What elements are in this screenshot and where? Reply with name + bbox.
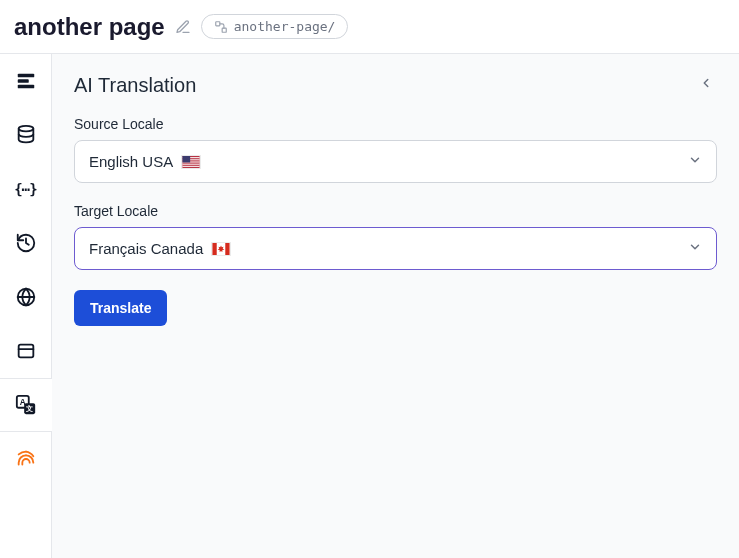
link-icon	[214, 20, 228, 34]
flag-ca-icon	[211, 242, 231, 256]
header: another page another-page/	[0, 0, 739, 54]
target-locale-select[interactable]: Français Canada	[74, 227, 717, 270]
svg-rect-18	[182, 164, 199, 165]
source-locale-value: English USA	[89, 153, 201, 170]
svg-rect-0	[215, 21, 219, 25]
sidebar-item-window[interactable]	[0, 324, 52, 378]
sidebar-item-database[interactable]	[0, 108, 52, 162]
history-icon	[15, 232, 37, 254]
svg-rect-23	[226, 243, 230, 255]
collapse-button[interactable]	[695, 72, 717, 98]
svg-rect-22	[213, 243, 217, 255]
svg-point-5	[18, 126, 33, 131]
target-locale-label: Target Locale	[74, 203, 717, 219]
translate-button[interactable]: Translate	[74, 290, 167, 326]
source-locale-label: Source Locale	[74, 116, 717, 132]
body: {⋯} A	[0, 54, 739, 558]
svg-rect-20	[182, 156, 190, 162]
svg-rect-4	[17, 85, 34, 89]
panel-title: AI Translation	[74, 74, 196, 97]
blocks-icon	[15, 70, 37, 92]
translate-icon: A 文	[15, 394, 37, 416]
target-locale-value: Français Canada	[89, 240, 231, 257]
sidebar-item-fingerprint[interactable]	[0, 432, 52, 486]
sidebar-item-blocks[interactable]	[0, 54, 52, 108]
svg-rect-1	[222, 28, 226, 32]
svg-text:文: 文	[25, 404, 33, 413]
fingerprint-icon	[15, 448, 37, 470]
svg-rect-7	[18, 345, 33, 358]
sidebar-item-globe[interactable]	[0, 270, 52, 324]
flag-us-icon	[181, 155, 201, 169]
svg-rect-3	[17, 79, 28, 83]
chevron-down-icon	[688, 240, 702, 257]
panel-header: AI Translation	[74, 72, 717, 98]
slug-pill[interactable]: another-page/	[201, 14, 349, 39]
sidebar-item-json[interactable]: {⋯}	[0, 162, 52, 216]
chevron-down-icon	[688, 153, 702, 170]
slug-text: another-page/	[234, 19, 336, 34]
pencil-icon[interactable]	[175, 19, 191, 35]
source-locale-select[interactable]: English USA	[74, 140, 717, 183]
chevron-left-icon	[699, 76, 713, 90]
globe-icon	[15, 286, 37, 308]
svg-rect-19	[182, 166, 199, 167]
json-icon: {⋯}	[14, 181, 36, 197]
database-icon	[15, 124, 37, 146]
sidebar-item-history[interactable]	[0, 216, 52, 270]
page-title: another page	[14, 13, 165, 41]
main-panel: AI Translation Source Locale English USA	[52, 54, 739, 558]
svg-rect-2	[17, 74, 34, 78]
sidebar-item-translate[interactable]: A 文	[0, 378, 52, 432]
sidebar: {⋯} A	[0, 54, 52, 558]
window-icon	[15, 340, 37, 362]
svg-rect-17	[182, 162, 199, 163]
